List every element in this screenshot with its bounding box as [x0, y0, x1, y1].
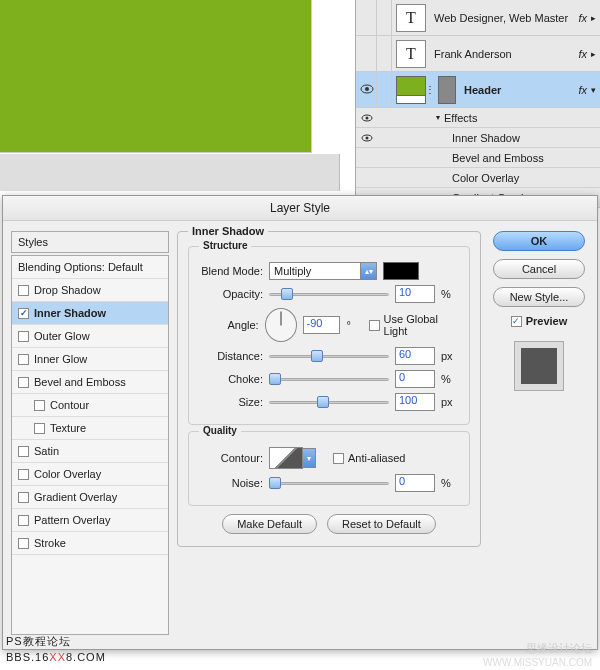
layer-row-header[interactable]: ⋮ Header fx ▾ [356, 72, 600, 108]
styles-header[interactable]: Styles [11, 231, 169, 253]
distance-slider[interactable] [269, 349, 389, 363]
style-item-bevel-and-emboss[interactable]: Bevel and Emboss [12, 371, 168, 394]
opacity-slider[interactable] [269, 287, 389, 301]
visibility-icon[interactable] [361, 14, 373, 22]
angle-input[interactable]: -90 [303, 316, 341, 334]
effects-label: Effects [444, 112, 477, 124]
style-label: Inner Glow [34, 353, 87, 365]
styles-list: Blending Options: Default Drop Shadow✓In… [11, 255, 169, 635]
style-label: Gradient Overlay [34, 491, 117, 503]
watermark: PS教程论坛 BBS.16XX8.COM [6, 634, 106, 664]
layer-row[interactable]: T Web Designer, Web Master fx ▸ [356, 0, 600, 36]
make-default-button[interactable]: Make Default [222, 514, 317, 534]
preview-checkbox[interactable]: ✓ Preview [511, 315, 568, 327]
canvas-preview [0, 0, 355, 195]
ok-button[interactable]: OK [493, 231, 585, 251]
blending-options[interactable]: Blending Options: Default [12, 256, 168, 279]
checkbox-icon[interactable]: ✓ [18, 308, 29, 319]
angle-label: Angle: [199, 319, 259, 331]
style-item-texture[interactable]: Texture [12, 417, 168, 440]
checkbox-icon[interactable] [34, 423, 45, 434]
effect-row[interactable]: Bevel and Emboss [356, 148, 600, 168]
style-item-outer-glow[interactable]: Outer Glow [12, 325, 168, 348]
size-input[interactable]: 100 [395, 393, 435, 411]
fx-badge[interactable]: fx [578, 48, 591, 60]
style-label: Pattern Overlay [34, 514, 110, 526]
checkbox-icon[interactable] [18, 285, 29, 296]
canvas-grey-region [0, 154, 340, 191]
checkbox-icon[interactable] [18, 331, 29, 342]
style-item-drop-shadow[interactable]: Drop Shadow [12, 279, 168, 302]
style-label: Color Overlay [34, 468, 101, 480]
noise-slider[interactable] [269, 476, 389, 490]
structure-label: Structure [199, 240, 251, 251]
opacity-input[interactable]: 10 [395, 285, 435, 303]
layer-style-dialog: Layer Style Styles Blending Options: Def… [2, 195, 598, 650]
checkbox-icon[interactable] [18, 515, 29, 526]
shadow-color-swatch[interactable] [383, 262, 419, 280]
style-item-satin[interactable]: Satin [12, 440, 168, 463]
style-item-stroke[interactable]: Stroke [12, 532, 168, 555]
style-item-pattern-overlay[interactable]: Pattern Overlay [12, 509, 168, 532]
visibility-icon[interactable] [360, 84, 374, 96]
effect-label: Bevel and Emboss [452, 152, 544, 164]
global-light-label: Use Global Light [384, 313, 459, 337]
checkbox-icon[interactable] [34, 400, 45, 411]
link-col [376, 72, 392, 107]
size-unit: px [441, 396, 459, 408]
effect-row[interactable]: Inner Shadow [356, 128, 600, 148]
angle-dial[interactable] [265, 308, 297, 342]
visibility-icon[interactable] [361, 50, 373, 58]
checkbox-icon [369, 320, 379, 331]
chevron-down-icon[interactable]: ▾ [591, 85, 600, 95]
choke-input[interactable]: 0 [395, 370, 435, 388]
effect-label: Color Overlay [452, 172, 519, 184]
checkbox-icon[interactable] [18, 538, 29, 549]
fx-badge[interactable]: fx [578, 84, 591, 96]
chevron-right-icon[interactable]: ▸ [591, 13, 600, 23]
quality-label: Quality [199, 425, 241, 436]
visibility-icon[interactable] [361, 112, 373, 124]
chevron-down-icon[interactable]: ▾ [436, 113, 444, 122]
inner-shadow-fieldset: Inner Shadow Structure Blend Mode: Multi… [177, 231, 481, 547]
style-label: Texture [50, 422, 86, 434]
reset-default-button[interactable]: Reset to Default [327, 514, 436, 534]
style-item-contour[interactable]: Contour [12, 394, 168, 417]
style-label: Drop Shadow [34, 284, 101, 296]
style-item-inner-glow[interactable]: Inner Glow [12, 348, 168, 371]
noise-input[interactable]: 0 [395, 474, 435, 492]
size-slider[interactable] [269, 395, 389, 409]
fx-badge[interactable]: fx [578, 12, 591, 24]
svg-point-3 [366, 116, 369, 119]
blend-mode-value: Multiply [274, 265, 311, 277]
choke-slider[interactable] [269, 372, 389, 386]
style-item-inner-shadow[interactable]: ✓Inner Shadow [12, 302, 168, 325]
checkbox-icon[interactable] [18, 377, 29, 388]
layer-name: Frank Anderson [430, 48, 578, 60]
structure-fieldset: Structure Blend Mode: Multiply ▴▾ Opacit… [188, 246, 470, 425]
visibility-icon[interactable] [361, 132, 373, 144]
dropdown-arrow-icon: ▴▾ [360, 263, 376, 279]
new-style-button[interactable]: New Style... [493, 287, 585, 307]
layer-row[interactable]: T Frank Anderson fx ▸ [356, 36, 600, 72]
dropdown-arrow-icon: ▾ [302, 448, 316, 468]
choke-label: Choke: [199, 373, 263, 385]
antialiased-checkbox[interactable]: Anti-aliased [333, 452, 405, 464]
effect-row[interactable]: Color Overlay [356, 168, 600, 188]
chevron-right-icon[interactable]: ▸ [591, 49, 600, 59]
style-item-color-overlay[interactable]: Color Overlay [12, 463, 168, 486]
effects-header-row[interactable]: ▾ Effects [356, 108, 600, 128]
global-light-checkbox[interactable]: Use Global Light [369, 313, 459, 337]
checkbox-icon[interactable] [18, 469, 29, 480]
checkbox-icon[interactable] [18, 354, 29, 365]
checkbox-icon [333, 453, 344, 464]
distance-input[interactable]: 60 [395, 347, 435, 365]
svg-point-1 [365, 87, 369, 91]
blend-mode-label: Blend Mode: [199, 265, 263, 277]
blend-mode-select[interactable]: Multiply ▴▾ [269, 262, 377, 280]
checkbox-icon[interactable] [18, 492, 29, 503]
checkbox-icon[interactable] [18, 446, 29, 457]
style-item-gradient-overlay[interactable]: Gradient Overlay [12, 486, 168, 509]
cancel-button[interactable]: Cancel [493, 259, 585, 279]
contour-picker[interactable]: ▾ [269, 447, 303, 469]
